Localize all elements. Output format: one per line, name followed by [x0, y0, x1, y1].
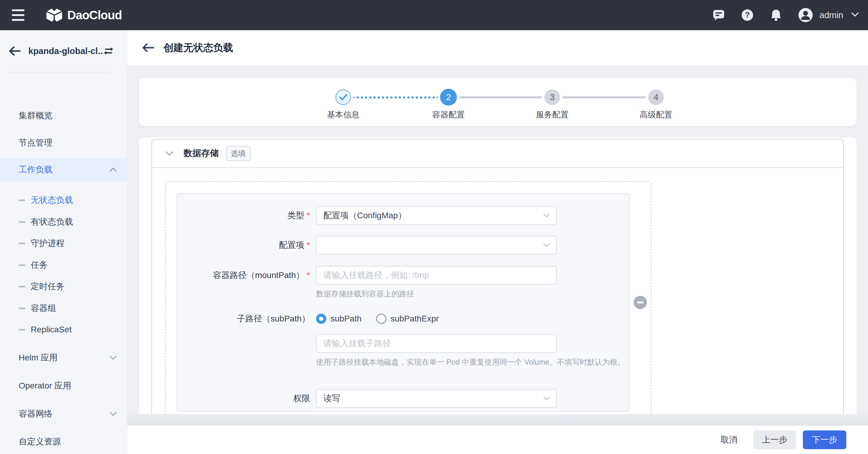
bell-icon[interactable]: [770, 9, 782, 22]
step-1-done-circle[interactable]: [335, 89, 351, 105]
step-4-circle[interactable]: 4: [648, 89, 664, 105]
sidebar-item-node-management[interactable]: 节点管理: [0, 136, 127, 150]
topbar: DaoCloud ?: [0, 0, 868, 30]
required-asterisk: *: [307, 271, 310, 280]
type-label: 类型*: [177, 210, 310, 221]
dash-icon: [19, 243, 25, 244]
svg-text:?: ?: [745, 10, 750, 19]
hamburger-icon[interactable]: [12, 9, 25, 21]
subpath-radio-group: subPath subPathExpr: [316, 314, 439, 324]
sidebar-item-deployments[interactable]: 无状态负载: [0, 193, 127, 207]
subpath-label: 子路径（subPath）: [177, 313, 310, 324]
configmap-select[interactable]: [316, 236, 557, 254]
sidebar-item-daemonsets[interactable]: 守护进程: [0, 236, 127, 251]
subpath-help-text: 使用子路径挂载本地磁盘，实现在单一 Pod 中重复使用同一个 Volume。不填…: [316, 357, 625, 367]
prev-step-button[interactable]: 上一步: [753, 430, 796, 449]
topbar-actions: ? admin: [713, 8, 868, 22]
step-2-current-circle[interactable]: 2: [440, 89, 457, 106]
chevron-down-icon: [543, 396, 550, 401]
step-2-label: 容器配置: [412, 109, 485, 120]
configmap-label: 配置项*: [177, 239, 310, 251]
brand-logo: DaoCloud: [45, 6, 122, 24]
back-arrow-icon[interactable]: [142, 43, 154, 52]
user-avatar: [798, 8, 813, 22]
sidebar-group-helm-apps[interactable]: Helm 应用: [0, 350, 127, 365]
app-root: DaoCloud ?: [0, 0, 868, 454]
sidebar-item-statefulsets[interactable]: 有状态负载: [0, 215, 127, 229]
field-row-subpath-mode: 子路径（subPath） subPath subPathExpr: [177, 313, 629, 325]
subpath-radio-option[interactable]: subPath: [316, 314, 362, 324]
wizard-steps-card: 2 3 4 基本信息 容器配置 服务配置 高级配置: [139, 78, 857, 126]
form-container: 数据存储 选填 类型* 配置项（ConfigMap）: [139, 137, 857, 414]
sidebar-item-cluster-overview[interactable]: 集群概览: [0, 108, 127, 123]
sidebar-group-workloads[interactable]: 工作负载: [0, 158, 127, 181]
username: admin: [819, 10, 843, 20]
footer-shadow: [127, 412, 868, 426]
footer-action-bar: 取消 上一步 下一步: [127, 426, 868, 454]
permission-select[interactable]: 读写: [316, 389, 557, 408]
sidebar-item-operator-apps[interactable]: Operator 应用: [0, 378, 127, 393]
sidebar-item-cronjobs[interactable]: 定时任务: [0, 279, 127, 294]
field-row-mountpath: 容器路径（mountPath）*: [177, 266, 629, 285]
page-title: 创建无状态负载: [163, 41, 233, 55]
step-3-label: 服务配置: [516, 109, 588, 120]
sidebar-item-replicasets[interactable]: ReplicaSet: [0, 322, 127, 337]
chevron-down-icon: [109, 355, 117, 360]
dash-icon: [19, 264, 25, 266]
help-icon[interactable]: ?: [741, 9, 754, 22]
step-3-circle[interactable]: 3: [545, 89, 560, 105]
required-asterisk: *: [307, 240, 310, 250]
dash-icon: [19, 308, 25, 309]
permission-label: 权限: [177, 393, 310, 404]
chevron-down-icon: [543, 243, 550, 247]
sidebar-divider: [8, 72, 111, 73]
cluster-selector: kpanda-global-cl...: [0, 30, 127, 72]
radio-unchecked-icon[interactable]: [376, 314, 386, 324]
chevron-up-icon: [109, 167, 117, 172]
field-row-subpath-input: [177, 334, 629, 353]
volume-entry-box: 类型* 配置项（ConfigMap） 配置项*: [165, 181, 651, 414]
volume-form-panel: 类型* 配置项（ConfigMap） 配置项*: [177, 193, 630, 412]
switch-cluster-icon[interactable]: [103, 46, 114, 56]
user-menu[interactable]: admin: [798, 8, 859, 22]
chevron-down-icon: [109, 412, 117, 416]
chevron-down-icon: [543, 214, 550, 218]
permission-select-value: 读写: [323, 393, 340, 404]
brand-name: DaoCloud: [67, 8, 122, 22]
required-asterisk: *: [307, 211, 310, 220]
type-select[interactable]: 配置项（ConfigMap）: [316, 206, 557, 225]
type-select-value: 配置项（ConfigMap）: [323, 210, 406, 221]
sidebar-group-container-network[interactable]: 容器网络: [0, 406, 127, 421]
subpathexpr-radio-option[interactable]: subPathExpr: [376, 314, 439, 324]
mountpath-input[interactable]: [316, 266, 557, 285]
optional-badge: 选填: [226, 146, 251, 161]
message-icon[interactable]: [713, 9, 725, 21]
next-step-button[interactable]: 下一步: [803, 430, 846, 449]
dash-icon: [19, 329, 25, 331]
page-header: 创建无状态负载: [127, 30, 868, 65]
subpath-input[interactable]: [316, 334, 557, 353]
sidebar-item-jobs[interactable]: 任务: [0, 258, 127, 272]
radio-checked-icon[interactable]: [316, 314, 326, 324]
mountpath-help-text: 数据存储挂载到容器上的路径: [316, 289, 414, 299]
dash-icon: [19, 286, 25, 287]
step-4-label: 高级配置: [620, 109, 692, 120]
field-row-permission: 权限 读写: [177, 389, 629, 408]
step-connector: [562, 96, 646, 98]
mountpath-label: 容器路径（mountPath）*: [177, 269, 310, 281]
step-connector: [459, 96, 542, 98]
sidebar-item-custom-resources[interactable]: 自定义资源: [0, 434, 127, 449]
sidebar-item-pods[interactable]: 容器组: [0, 301, 127, 315]
chevron-down-icon[interactable]: [165, 151, 174, 156]
remove-volume-button[interactable]: [634, 296, 647, 309]
cancel-button[interactable]: 取消: [720, 430, 737, 449]
data-storage-section-header[interactable]: 数据存储 选填: [152, 139, 843, 168]
field-row-type: 类型* 配置项（ConfigMap）: [177, 206, 629, 225]
dash-icon: [19, 200, 25, 201]
field-row-configmap: 配置项*: [177, 236, 629, 254]
sidebar: kpanda-global-cl... 集群概览 节点管理 工作负载 无状态负载…: [0, 30, 127, 454]
section-title: 数据存储: [184, 147, 219, 160]
back-arrow-icon[interactable]: [8, 47, 21, 56]
cluster-name[interactable]: kpanda-global-cl...: [28, 46, 102, 56]
step-1-label: 基本信息: [307, 109, 379, 120]
